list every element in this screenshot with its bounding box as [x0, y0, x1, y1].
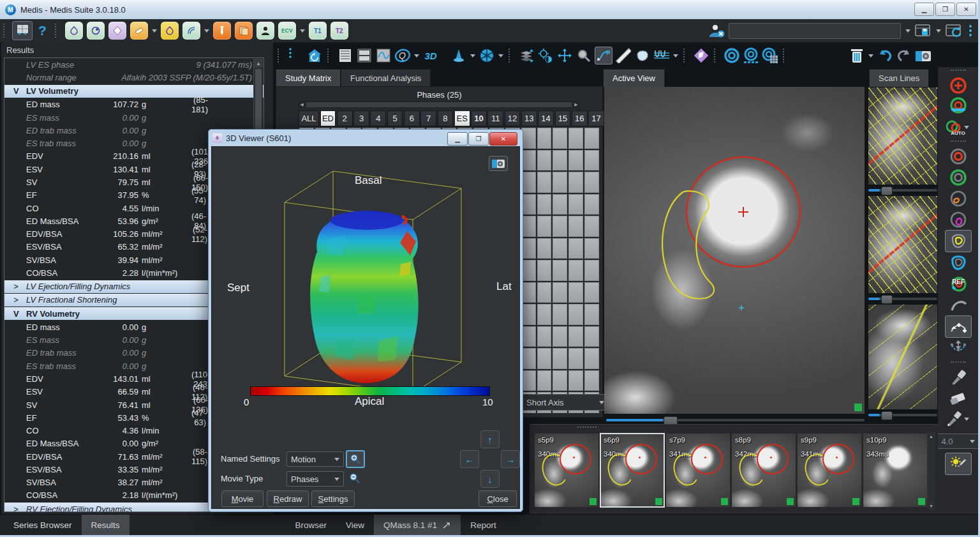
tab-series-browser[interactable]: Series Browser — [4, 515, 82, 536]
matrix-cell[interactable] — [553, 216, 567, 237]
phase-cell-7[interactable]: 7 — [420, 110, 436, 126]
matrix-cell[interactable] — [584, 172, 599, 193]
dropdown-caret-icon[interactable] — [470, 54, 475, 57]
film-thumb-s7p9[interactable]: s7p9 341ms — [666, 434, 730, 507]
matrix-cell[interactable] — [553, 260, 567, 281]
t1-icon[interactable]: T1 — [309, 22, 327, 40]
close-dialog-button[interactable]: Close — [479, 490, 517, 507]
qmass-legacy-icon[interactable] — [161, 22, 179, 40]
matrix-cell[interactable] — [568, 282, 583, 303]
scroll-up-icon[interactable]: ▲ — [254, 59, 263, 68]
tab-browser[interactable]: Browser — [286, 515, 337, 536]
matrix-cell[interactable] — [584, 282, 599, 303]
scan-thumb-slider[interactable] — [868, 411, 937, 419]
matrix-cell[interactable] — [584, 150, 599, 171]
smart-brush-icon[interactable] — [945, 453, 972, 475]
dropdown-caret-icon[interactable] — [152, 29, 157, 33]
film-thumb-s9p9[interactable]: s9p9 341ms — [798, 434, 861, 507]
maximize-button[interactable]: ❐ — [935, 3, 955, 16]
matrix-cell[interactable] — [568, 348, 583, 369]
matrix-cell[interactable] — [584, 128, 599, 149]
qflow-icon[interactable] — [182, 22, 200, 40]
matrix-cell[interactable] — [553, 128, 567, 149]
qstrain-icon[interactable] — [87, 22, 105, 40]
tab-pin-icon[interactable] — [442, 522, 451, 529]
close-button[interactable]: ✕ — [956, 3, 976, 16]
eraser-icon[interactable] — [946, 388, 971, 409]
matrix-cell[interactable] — [537, 150, 552, 171]
study-matrix-icon[interactable] — [337, 47, 353, 64]
save-layout-icon[interactable] — [914, 23, 932, 38]
scroll-left-icon[interactable]: ◀ — [299, 102, 305, 107]
delete-icon[interactable] — [849, 47, 865, 64]
matrix-cell[interactable] — [521, 150, 536, 171]
window-layout-icon[interactable] — [12, 21, 33, 40]
phase-cell-6[interactable]: 6 — [404, 110, 420, 126]
tab-view[interactable]: View — [336, 515, 374, 536]
matrix-cell[interactable] — [568, 304, 583, 325]
help-icon[interactable]: ? — [38, 23, 47, 38]
matrix-cell[interactable] — [553, 194, 567, 215]
dropdown-caret-icon[interactable] — [300, 29, 305, 33]
dropdown-caret-icon[interactable] — [414, 54, 419, 57]
matrix-cell[interactable] — [568, 216, 583, 237]
ecv-icon[interactable]: ECV — [278, 22, 296, 40]
qtavi-icon[interactable] — [235, 22, 253, 40]
matrix-cell[interactable] — [537, 128, 552, 149]
zoom-in-button[interactable] — [346, 450, 365, 468]
rotate-left-button[interactable]: ← — [460, 450, 479, 468]
layout-combobox[interactable] — [729, 23, 901, 39]
matrix-cell[interactable] — [537, 370, 552, 391]
pan-icon[interactable] — [556, 47, 573, 64]
matrix-cell[interactable] — [521, 194, 536, 215]
phase-cell-4[interactable]: 4 — [370, 110, 386, 126]
arc-icon[interactable] — [946, 294, 971, 315]
scan-thumb-slider[interactable] — [868, 186, 937, 194]
matrix-cell[interactable] — [537, 282, 552, 303]
settings-button[interactable]: Settings — [311, 490, 355, 507]
film-thumb-s8p9[interactable]: s8p9 342ms — [732, 434, 796, 507]
matrix-cell[interactable] — [537, 172, 552, 193]
dropdown-caret-icon[interactable] — [868, 54, 873, 57]
matrix-cell[interactable] — [553, 172, 567, 193]
wizard-icon[interactable] — [450, 47, 467, 64]
phase-cell-16[interactable]: 16 — [572, 110, 588, 126]
filmstrip-scrollbar[interactable]: ▲ ▼ — [927, 432, 935, 510]
copy-contour-icon[interactable] — [724, 47, 740, 64]
propagate-contour-icon[interactable] — [743, 47, 759, 64]
filmstrip-view-icon[interactable] — [356, 47, 373, 64]
matrix-cell[interactable] — [537, 326, 552, 347]
phase-cell-14[interactable]: 14 — [538, 110, 554, 126]
t2-icon[interactable]: T2 — [330, 22, 348, 40]
signal-curve-icon[interactable] — [375, 47, 392, 64]
matrix-cell[interactable] — [584, 238, 599, 259]
matrix-cell[interactable] — [584, 370, 599, 391]
matrix-cell[interactable] — [521, 238, 536, 259]
dialog-title-bar[interactable]: ⚘ 3D Viewer (S601) ▁ ❐ ✕ — [209, 130, 523, 146]
transform-contour-icon[interactable] — [946, 338, 971, 359]
tab-report[interactable]: Report — [461, 515, 506, 536]
thickness-dropdown[interactable]: 4.0 — [937, 434, 979, 449]
dialog-close-button[interactable]: ✕ — [489, 132, 517, 146]
roi-yellow-icon[interactable] — [945, 230, 972, 252]
undo-icon[interactable] — [877, 47, 893, 64]
movie-type-dropdown[interactable]: Phases — [286, 471, 344, 487]
matrix-cell[interactable] — [553, 238, 567, 259]
ruler-icon[interactable] — [615, 47, 632, 64]
reset-layout-icon[interactable] — [945, 23, 964, 38]
matrix-cell[interactable] — [553, 150, 567, 171]
dialog-maximize-button[interactable]: ❐ — [468, 132, 489, 146]
add-contour-icon[interactable] — [946, 75, 971, 96]
dropdown-caret-icon[interactable] — [498, 54, 503, 57]
scan-lines-thumb-2[interactable] — [868, 196, 937, 293]
dropdown-caret-icon[interactable] — [673, 54, 678, 57]
roi-blue-icon[interactable] — [946, 252, 971, 273]
phase-cell-11[interactable]: 11 — [487, 110, 503, 126]
menu-dots-icon[interactable] — [966, 24, 975, 38]
matrix-cell[interactable] — [521, 282, 536, 303]
matrix-cell[interactable] — [568, 150, 583, 171]
matrix-cell[interactable] — [521, 128, 536, 149]
tab-active-view[interactable]: Active View — [603, 69, 665, 87]
aha-segments-icon[interactable] — [479, 47, 495, 64]
phase-cell-ES[interactable]: ES — [454, 110, 470, 126]
